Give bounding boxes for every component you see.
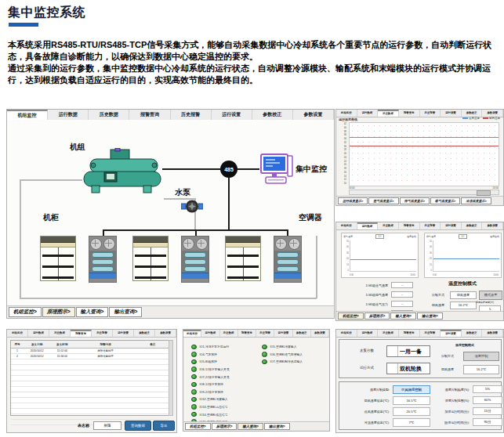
bottom-tab[interactable]: 排气温度显示>	[400, 197, 430, 204]
field-value[interactable]: --	[391, 282, 413, 288]
tab[interactable]: 运行设置	[274, 330, 292, 337]
bottom-tab[interactable]: 输出查询>	[109, 307, 142, 317]
query-button[interactable]: 查询数据	[125, 421, 151, 431]
tab[interactable]: 报警查询	[129, 110, 170, 120]
bottom-tab[interactable]: 机组监控>	[9, 307, 42, 317]
tab[interactable]: 运行数据	[357, 222, 379, 229]
tab[interactable]: 机组监控	[336, 330, 357, 337]
tab[interactable]: 运行数据	[357, 330, 379, 337]
unit-selector[interactable]: 1#	[375, 234, 385, 239]
tab[interactable]: 参数校正	[462, 222, 483, 229]
field-value[interactable]: --	[391, 301, 413, 307]
table-name-input[interactable]: 故障	[93, 421, 121, 430]
mode-row2-value[interactable]: 16.2℃	[463, 365, 499, 374]
tab[interactable]: 历史数据	[378, 222, 399, 229]
tab[interactable]: 运行数据	[357, 110, 379, 117]
pump-count-select[interactable]: 一用一备	[386, 345, 430, 357]
tab[interactable]: 参数设置	[155, 330, 176, 337]
legend-item-blue[interactable]: 送风温度	[462, 117, 480, 120]
tab[interactable]: 参数校正	[134, 330, 155, 337]
tab[interactable]: 报警查询	[399, 110, 420, 117]
tab[interactable]: 历史报警	[420, 330, 441, 337]
bottom-tab[interactable]: 输出查询>	[264, 423, 290, 430]
setting-row: 冷冻温度设定(℃): 7℃	[341, 417, 430, 428]
table-scrollbar[interactable]	[169, 340, 173, 416]
tab[interactable]: 机组监控	[336, 222, 357, 229]
setting-value[interactable]: 7℃	[393, 418, 430, 427]
tab[interactable]: 历史报警	[420, 222, 441, 229]
tab[interactable]: 运行设置	[441, 330, 462, 337]
unit-selector[interactable]: 1#	[459, 234, 468, 239]
tab[interactable]: 参数设置	[482, 110, 503, 117]
export-button[interactable]: 导出	[153, 421, 175, 431]
mode-set-button[interactable]: 模式设置	[479, 291, 502, 300]
tab[interactable]: 运行设置	[113, 330, 134, 337]
setting-value[interactable]: 回风温度控制	[393, 385, 430, 394]
bottom-tab[interactable]: 机组监控>	[338, 312, 364, 320]
bottom-tab[interactable]: 输入查询>	[237, 423, 263, 430]
tab[interactable]: 历史数据	[220, 330, 238, 337]
tab[interactable]: 历史报警	[171, 110, 212, 120]
tab[interactable]: 参数校正	[462, 330, 483, 337]
tab[interactable]: 运行设置	[441, 222, 462, 229]
tab[interactable]: 历史数据	[378, 330, 399, 337]
tab[interactable]: 参数设置	[293, 110, 334, 120]
setting-value[interactable]: 5%	[473, 385, 502, 393]
bottom-tab[interactable]: 输入查询>	[390, 312, 416, 320]
tab[interactable]: 运行设置	[212, 110, 252, 120]
bottom-tab[interactable]: 冷冻温度显示>	[461, 197, 491, 204]
tab[interactable]: 报警查询	[399, 330, 420, 337]
bottom-tab[interactable]: 输入查询>	[76, 307, 109, 317]
bottom-tab[interactable]: 原理图示>	[364, 312, 390, 320]
bottom-tab[interactable]: 运行温度显示>	[338, 197, 368, 204]
tab[interactable]: 参数设置	[311, 330, 329, 337]
setting-value[interactable]: 90分	[473, 418, 502, 426]
tab[interactable]: 参数校正	[293, 330, 311, 337]
curve-label: 温度曲线	[490, 235, 499, 238]
tab[interactable]: 运行数据	[28, 330, 49, 337]
tab[interactable]: 运行数据	[48, 110, 89, 120]
tab[interactable]: 历史报警	[256, 330, 274, 337]
tab[interactable]: 运行设置	[441, 110, 462, 117]
bottom-tab[interactable]: 吸气温度显示>	[430, 197, 460, 204]
legend-item-red[interactable]: 回风温度	[483, 117, 500, 120]
table-row[interactable]: 12020/10/1215:52:00故障信息处理	[11, 349, 169, 354]
tab[interactable]: 参数设置	[482, 330, 503, 337]
tab[interactable]: 参数校正	[462, 110, 483, 117]
control-mode-value[interactable]: 回风温度	[450, 291, 477, 299]
field-value[interactable]: --	[391, 291, 413, 298]
tab[interactable]: 机组监控	[336, 110, 357, 117]
table-row[interactable]: 22020/10/1215:34:00故障信息处理	[11, 354, 169, 359]
tab[interactable]: 机组监控	[7, 110, 48, 120]
bottom-tab[interactable]: 送气温度显示>	[368, 197, 398, 204]
bottom-tab[interactable]: 原理图示>	[42, 307, 75, 317]
tab[interactable]: 参数校正	[252, 110, 293, 120]
tab[interactable]: 历史数据	[49, 330, 71, 337]
scrollbar-thumb[interactable]	[477, 190, 491, 196]
setting-value[interactable]: 15分	[473, 407, 502, 415]
tab[interactable]: 历史报警	[92, 330, 113, 337]
return-temp-value[interactable]: 16.2℃	[450, 302, 477, 309]
mode-row1-button[interactable]: 温度控制	[463, 352, 499, 361]
tab[interactable]: 历史数据	[378, 110, 399, 117]
setting-value[interactable]: 16.5℃	[393, 396, 430, 405]
bottom-tab[interactable]: 输出查询>	[417, 312, 443, 320]
tab[interactable]: 报警查询	[71, 330, 92, 337]
tab[interactable]: 历史报警	[420, 110, 441, 117]
bottom-tab[interactable]: 原理图示>	[212, 423, 237, 430]
tab[interactable]: 历史数据	[89, 110, 129, 120]
chart-scrollbar[interactable]	[349, 190, 499, 195]
pump-icon	[181, 200, 203, 213]
setting-value[interactable]: 60%	[473, 396, 502, 404]
run-mode-select[interactable]: 双机轮换	[386, 363, 430, 374]
setting-value[interactable]: 20.5℃	[393, 407, 430, 416]
tab[interactable]: 机组监控	[7, 330, 28, 337]
bottom-tab[interactable]: 机组监控>	[185, 423, 211, 430]
tab[interactable]: 报警查询	[399, 222, 420, 229]
tab[interactable]: 参数设置	[482, 222, 503, 229]
tab[interactable]: 运行数据	[201, 330, 219, 337]
tab[interactable]: 机组监控	[183, 330, 201, 337]
io-item: IO7-2#排水泵输入开关	[191, 373, 230, 381]
tab[interactable]: 报警查询	[238, 330, 256, 337]
status-dot-icon	[191, 359, 197, 365]
